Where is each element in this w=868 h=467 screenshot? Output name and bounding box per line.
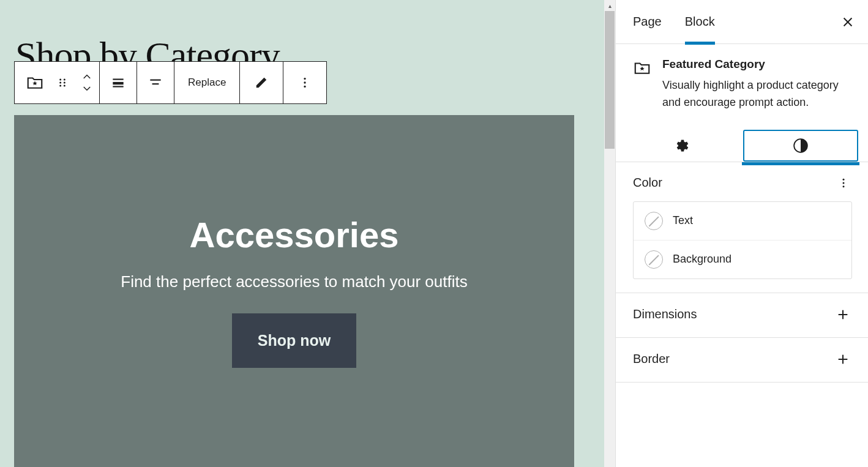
svg-point-4 [59,85,61,87]
close-icon [841,15,855,29]
panel-dimensions-title: Dimensions [633,307,697,321]
tab-block[interactable]: Block [685,0,715,44]
drag-icon [56,77,69,89]
svg-point-17 [843,178,845,180]
block-card-title: Featured Category [662,58,852,71]
featured-category-icon [26,73,44,92]
move-up-button[interactable] [75,70,99,83]
color-background-row[interactable]: Background [634,240,851,278]
panel-border-add[interactable] [834,350,852,368]
inspector-tabs [616,126,868,162]
panel-border-title: Border [633,352,670,366]
block-card: Featured Category Visually highlight a p… [616,44,868,126]
svg-point-0 [59,79,61,81]
vertical-align-center-icon [148,75,163,91]
panel-color-options[interactable] [835,174,852,192]
panel-dimensions-add[interactable] [834,305,852,324]
color-background-label: Background [673,253,731,266]
block-toolbar: Replace [14,61,327,104]
edit-button[interactable] [240,62,283,103]
swatch-none-icon [645,250,663,269]
scrollbar-arrow-up-icon[interactable]: ▴ [604,0,615,11]
svg-point-3 [64,82,65,84]
svg-point-2 [59,82,61,84]
color-text-label: Text [673,214,693,227]
svg-point-11 [304,78,306,80]
svg-point-13 [304,86,306,88]
svg-point-5 [64,85,65,87]
svg-rect-8 [113,86,123,87]
plus-icon [836,353,850,366]
chevron-down-icon [81,85,92,92]
swatch-none-icon [645,212,663,230]
shop-now-button[interactable]: Shop now [232,313,356,368]
scrollbar-thumb[interactable] [605,11,615,149]
featured-category-icon [633,59,651,77]
gear-icon [674,138,690,154]
block-card-description: Visually highlight a product category an… [662,77,852,111]
featured-category-block[interactable]: Accessories Find the perfect accessories… [14,115,574,467]
more-options-button[interactable] [283,62,326,103]
styles-icon [793,138,809,154]
chevron-up-icon [81,73,92,80]
drag-handle[interactable] [50,62,75,103]
svg-rect-7 [113,82,123,84]
move-down-button[interactable] [75,83,99,95]
editor-canvas[interactable]: Shop by Category [0,0,615,467]
settings-sidebar: Page Block Featured Category Visually hi… [615,0,868,467]
featured-title[interactable]: Accessories [190,214,399,255]
tab-styles[interactable] [743,130,858,162]
svg-point-19 [843,185,845,187]
block-type-button[interactable] [15,62,50,103]
more-vertical-icon [298,76,312,89]
pencil-icon [255,76,268,89]
canvas-scrollbar[interactable]: ▴ [604,0,615,467]
align-button[interactable] [100,62,137,103]
svg-point-1 [64,79,65,81]
replace-button[interactable]: Replace [174,62,239,103]
close-sidebar-button[interactable] [841,15,855,29]
svg-rect-6 [113,79,123,80]
panel-color-title: Color [633,176,662,190]
color-text-row[interactable]: Text [634,202,851,240]
plus-icon [836,308,850,321]
align-full-icon [110,75,126,91]
more-vertical-icon [837,177,850,189]
svg-point-18 [843,182,845,184]
featured-description[interactable]: Find the perfect accessories to match yo… [121,272,467,291]
vertical-align-button[interactable] [137,62,174,103]
svg-point-12 [304,81,306,83]
sidebar-tabs: Page Block [616,0,868,44]
panel-dimensions[interactable]: Dimensions [616,293,868,338]
tab-page[interactable]: Page [633,0,662,44]
tab-settings[interactable] [626,130,738,162]
panel-color: Color Text Background [616,162,868,293]
panel-border[interactable]: Border [616,338,868,383]
